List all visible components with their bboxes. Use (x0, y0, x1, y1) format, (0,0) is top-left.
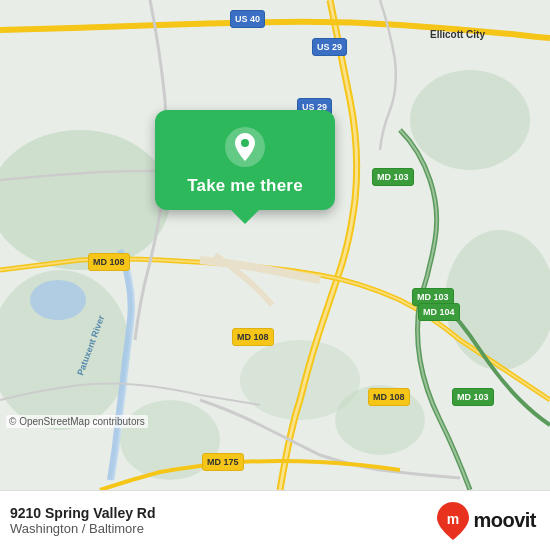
svg-text:m: m (447, 511, 459, 527)
bottom-bar: 9210 Spring Valley Rd Washington / Balti… (0, 490, 550, 550)
moovit-brand-text: moovit (473, 509, 536, 532)
moovit-pin-icon: m (437, 502, 469, 540)
address-line: 9210 Spring Valley Rd (10, 505, 156, 521)
map-container: US 40 US 29 US 29 MD 103 MD 103 MD 103 M… (0, 0, 550, 490)
location-pin-icon (224, 126, 266, 168)
address-info: 9210 Spring Valley Rd Washington / Balti… (10, 505, 156, 536)
moovit-logo: m moovit (437, 502, 536, 540)
callout-card[interactable]: Take me there (155, 110, 335, 210)
svg-point-4 (445, 230, 550, 370)
svg-point-10 (241, 139, 249, 147)
svg-point-8 (30, 280, 86, 320)
map-label-ellicott: Ellicott City (430, 28, 485, 41)
svg-point-3 (410, 70, 530, 170)
city-line: Washington / Baltimore (10, 521, 156, 536)
svg-point-5 (120, 400, 220, 480)
copyright-text: © OpenStreetMap contributors (6, 415, 148, 428)
callout-button-label[interactable]: Take me there (187, 176, 303, 196)
